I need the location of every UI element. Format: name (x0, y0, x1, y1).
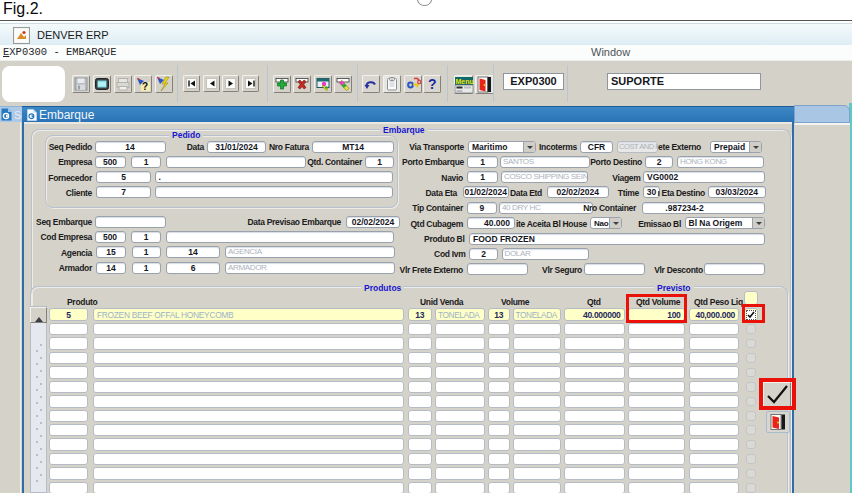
svg-text:Menu: Menu (456, 78, 474, 85)
svg-text:?: ? (142, 81, 148, 92)
